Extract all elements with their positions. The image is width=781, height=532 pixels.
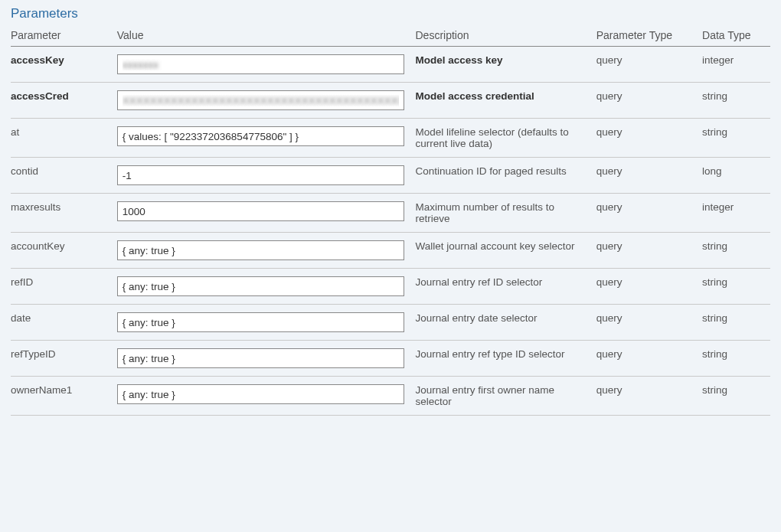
data-type: string	[702, 377, 770, 416]
param-name: accessKey	[11, 47, 117, 83]
col-header-description: Description	[415, 26, 596, 47]
param-type: query	[596, 305, 702, 341]
param-value-input[interactable]	[117, 165, 404, 185]
col-header-parameter-type: Parameter Type	[596, 26, 702, 47]
data-type: integer	[702, 47, 770, 83]
param-value-input[interactable]	[117, 276, 404, 296]
table-row: accessKeyModel access keyqueryinteger	[11, 47, 770, 83]
parameters-heading: Parameters	[11, 6, 770, 21]
table-row: refIDJournal entry ref ID selectorquerys…	[11, 269, 770, 305]
param-name: maxresults	[11, 194, 117, 233]
param-value-input[interactable]	[117, 90, 404, 110]
param-value-cell	[117, 83, 416, 119]
param-type: query	[596, 119, 702, 158]
param-type: query	[596, 233, 702, 269]
param-value-cell	[117, 233, 416, 269]
param-description: Wallet journal account key selector	[415, 233, 596, 269]
param-name: accountKey	[11, 233, 117, 269]
table-row: refTypeIDJournal entry ref type ID selec…	[11, 341, 770, 377]
param-description: Journal entry first owner name selector	[415, 377, 596, 416]
param-description: Journal entry ref type ID selector	[415, 341, 596, 377]
param-description: Journal entry date selector	[415, 305, 596, 341]
data-type: string	[702, 83, 770, 119]
parameters-table: Parameter Value Description Parameter Ty…	[11, 26, 770, 416]
data-type: string	[702, 269, 770, 305]
param-value-cell	[117, 269, 416, 305]
col-header-value: Value	[117, 26, 416, 47]
data-type: string	[702, 305, 770, 341]
param-name: refID	[11, 269, 117, 305]
param-description: Journal entry ref ID selector	[415, 269, 596, 305]
param-name: at	[11, 119, 117, 158]
data-type: long	[702, 158, 770, 194]
table-row: maxresultsMaximum number of results to r…	[11, 194, 770, 233]
table-row: atModel lifeline selector (defaults to c…	[11, 119, 770, 158]
col-header-parameter: Parameter	[11, 26, 117, 47]
param-type: query	[596, 377, 702, 416]
param-value-cell	[117, 158, 416, 194]
col-header-data-type: Data Type	[702, 26, 770, 47]
param-description: Continuation ID for paged results	[415, 158, 596, 194]
param-value-input[interactable]	[117, 384, 404, 404]
param-value-cell	[117, 194, 416, 233]
param-value-cell	[117, 377, 416, 416]
param-description: Model access credential	[415, 83, 596, 119]
data-type: string	[702, 233, 770, 269]
param-value-input[interactable]	[117, 126, 404, 146]
param-description: Model access key	[415, 47, 596, 83]
table-row: accessCredModel access credentialqueryst…	[11, 83, 770, 119]
param-description: Model lifeline selector (defaults to cur…	[415, 119, 596, 158]
param-name: refTypeID	[11, 341, 117, 377]
param-type: query	[596, 269, 702, 305]
param-value-input[interactable]	[117, 348, 404, 368]
param-value-cell	[117, 341, 416, 377]
param-value-input[interactable]	[117, 54, 404, 74]
param-type: query	[596, 47, 702, 83]
table-row: contidContinuation ID for paged resultsq…	[11, 158, 770, 194]
param-type: query	[596, 83, 702, 119]
table-row: accountKeyWallet journal account key sel…	[11, 233, 770, 269]
data-type: string	[702, 341, 770, 377]
data-type: integer	[702, 194, 770, 233]
param-value-cell	[117, 47, 416, 83]
param-name: contid	[11, 158, 117, 194]
param-name: date	[11, 305, 117, 341]
param-name: ownerName1	[11, 377, 117, 416]
param-type: query	[596, 194, 702, 233]
table-row: dateJournal entry date selectorquerystri…	[11, 305, 770, 341]
param-value-input[interactable]	[117, 312, 404, 332]
param-value-input[interactable]	[117, 240, 404, 260]
data-type: string	[702, 119, 770, 158]
param-value-input[interactable]	[117, 201, 404, 221]
param-type: query	[596, 158, 702, 194]
param-description: Maximum number of results to retrieve	[415, 194, 596, 233]
param-name: accessCred	[11, 83, 117, 119]
param-value-cell	[117, 305, 416, 341]
param-type: query	[596, 341, 702, 377]
param-value-cell	[117, 119, 416, 158]
table-row: ownerName1Journal entry first owner name…	[11, 377, 770, 416]
